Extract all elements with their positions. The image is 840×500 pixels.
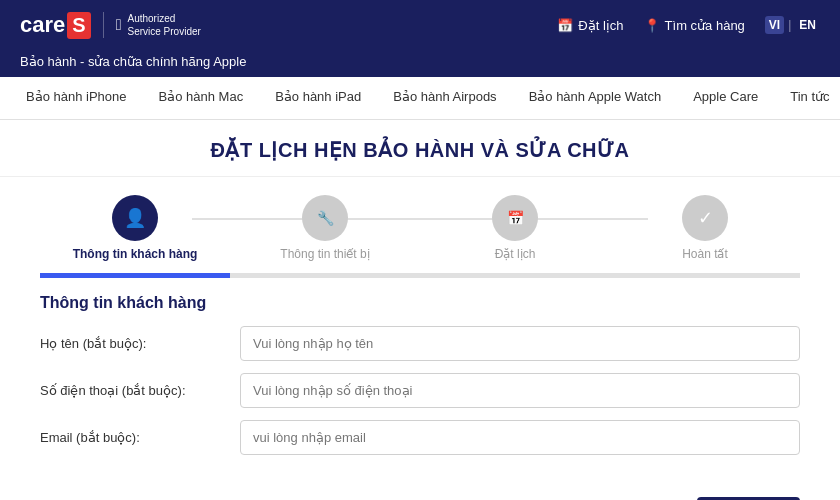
page-title-bar: ĐẶT LỊCH HẸN BẢO HÀNH VÀ SỬA CHỮA — [0, 120, 840, 177]
form-input-phone[interactable] — [240, 373, 800, 408]
form-row-name: Họ tên (bắt buộc): — [40, 326, 800, 361]
find-store-label: Tìm cửa hàng — [665, 18, 745, 33]
step-1: 👤 Thông tin khách hàng — [40, 195, 230, 261]
nav-item-ipad[interactable]: Bảo hành iPad — [259, 77, 377, 119]
calendar-icon: 📅 — [557, 18, 573, 33]
lang-vi-button[interactable]: VI — [765, 16, 784, 34]
step-4-circle: ✓ — [682, 195, 728, 241]
find-store-link[interactable]: 📍 Tìm cửa hàng — [644, 18, 745, 33]
logo-box: S — [67, 12, 90, 39]
nav-item-apple-watch[interactable]: Bảo hành Apple Watch — [513, 77, 678, 119]
step-1-circle: 👤 — [112, 195, 158, 241]
form-row-email: Email (bắt buộc): — [40, 420, 800, 455]
nav-item-iphone[interactable]: Bảo hành iPhone — [10, 77, 143, 119]
sub-title: Bảo hành - sửa chữa chính hãng Apple — [20, 54, 246, 69]
steps-row: 👤 Thông tin khách hàng 🔧 Thông tin thiết… — [40, 195, 800, 261]
step-2-icon: 🔧 — [317, 210, 334, 226]
authorized-badge:  Authorized Service Provider — [103, 12, 201, 38]
appointment-label: Đặt lịch — [578, 18, 623, 33]
nav-item-airpods[interactable]: Bảo hành Airpods — [377, 77, 512, 119]
form-input-email[interactable] — [240, 420, 800, 455]
step-1-icon: 👤 — [124, 207, 146, 229]
location-icon: 📍 — [644, 18, 660, 33]
apple-icon:  — [116, 16, 122, 34]
step-2-circle: 🔧 — [302, 195, 348, 241]
form-section-title: Thông tin khách hàng — [40, 294, 800, 312]
lang-switcher: VI | EN — [765, 16, 820, 34]
step-3-label: Đặt lịch — [495, 247, 536, 261]
logo-area: careS  Authorized Service Provider — [20, 12, 201, 39]
nav-item-apple-care[interactable]: Apple Care — [677, 77, 774, 119]
step-4-label: Hoàn tất — [682, 247, 728, 261]
steps-container: 👤 Thông tin khách hàng 🔧 Thông tin thiết… — [0, 177, 840, 278]
form-footer: Tiếp tục — [0, 487, 840, 500]
appointment-link[interactable]: 📅 Đặt lịch — [557, 18, 623, 33]
step-3: 📅 Đặt lịch — [420, 195, 610, 261]
form-input-name[interactable] — [240, 326, 800, 361]
form-label-phone: Số điện thoại (bắt buộc): — [40, 383, 240, 398]
nav-item-news[interactable]: Tin tức — [774, 77, 840, 119]
form-row-phone: Số điện thoại (bắt buộc): — [40, 373, 800, 408]
step-4: ✓ Hoàn tất — [610, 195, 800, 261]
form-area: Thông tin khách hàng Họ tên (bắt buộc): … — [0, 278, 840, 487]
step-2-label: Thông tin thiết bị — [280, 247, 369, 261]
step-1-label: Thông tin khách hàng — [73, 247, 198, 261]
step-3-circle: 📅 — [492, 195, 538, 241]
form-label-email: Email (bắt buộc): — [40, 430, 240, 445]
authorized-text: Authorized Service Provider — [127, 12, 200, 38]
form-label-name: Họ tên (bắt buộc): — [40, 336, 240, 351]
logo: careS — [20, 12, 91, 39]
step-3-icon: 📅 — [507, 210, 524, 226]
sub-header: Bảo hành - sửa chữa chính hãng Apple — [0, 50, 840, 77]
step-connector-line — [192, 218, 648, 220]
step-4-icon: ✓ — [698, 207, 713, 229]
step-2: 🔧 Thông tin thiết bị — [230, 195, 420, 261]
header-right: 📅 Đặt lịch 📍 Tìm cửa hàng VI | EN — [557, 16, 820, 34]
page-title: ĐẶT LỊCH HẸN BẢO HÀNH VÀ SỬA CHỮA — [0, 138, 840, 162]
lang-en-button[interactable]: EN — [795, 16, 820, 34]
header: careS  Authorized Service Provider 📅 Đặ… — [0, 0, 840, 50]
nav: Bảo hành iPhone Bảo hành Mac Bảo hành iP… — [0, 77, 840, 120]
nav-item-mac[interactable]: Bảo hành Mac — [143, 77, 260, 119]
